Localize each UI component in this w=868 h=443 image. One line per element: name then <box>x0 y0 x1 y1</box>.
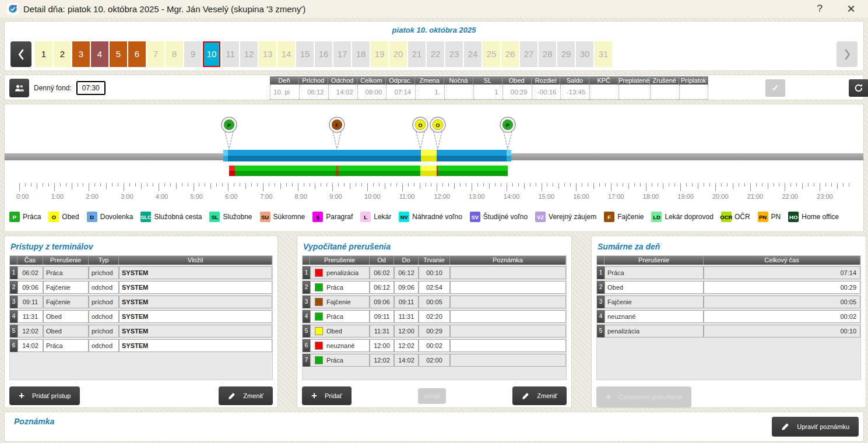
table-row[interactable]: 1Práca07:14 <box>597 266 860 279</box>
fond-column: Nočná <box>444 76 473 100</box>
legend-label: Home office <box>802 213 839 221</box>
fond-column-header: Odchod <box>328 76 357 85</box>
table-row[interactable]: 2 Práca06:1209:0602:54 <box>303 281 566 294</box>
table-row[interactable]: 614:02PrácaodchodSYSTEM <box>10 339 272 352</box>
day-19[interactable]: 19 <box>371 41 388 67</box>
day-23[interactable]: 23 <box>445 41 463 67</box>
people-icon <box>14 84 25 92</box>
fond-column-header: Rozdiel <box>532 76 561 85</box>
calendar-panel: piatok 10. októbra 2025 1234567891011121… <box>4 21 864 71</box>
day-30[interactable]: 30 <box>576 41 593 67</box>
table-row[interactable]: 3Fajčenie00:05 <box>597 296 860 308</box>
edit-note-button[interactable]: Upraviť poznámku <box>772 417 859 437</box>
hour-label: 2:00 <box>86 193 98 200</box>
hour-label: 20:00 <box>712 193 729 200</box>
table-row[interactable]: 3 Fajčenie09:0609:1100:05 <box>303 296 566 308</box>
actual-segment <box>229 166 235 176</box>
next-month-button[interactable] <box>837 41 858 67</box>
table-row[interactable]: 5 Obed11:3112:0000:29 <box>303 325 566 337</box>
fond-column-value: -13:45 <box>560 85 589 100</box>
previous-month-button[interactable] <box>10 41 31 67</box>
employees-button[interactable] <box>9 79 29 97</box>
legend-badge: § <box>312 212 323 222</box>
day-18[interactable]: 18 <box>352 41 370 67</box>
title-bar: Detail dňa: piatok 10. októbra 2025 - Mg… <box>0 0 868 17</box>
svg-text:O: O <box>418 122 422 128</box>
legend-item-LD: LDLekár doprovod <box>651 212 713 222</box>
hour-label: 21:00 <box>747 193 764 200</box>
fond-column: Rozdiel-00:16 <box>532 76 561 100</box>
day-5[interactable]: 5 <box>110 41 127 67</box>
day-8[interactable]: 8 <box>166 41 183 67</box>
day-28[interactable]: 28 <box>539 41 556 67</box>
table-row[interactable]: 4 Práca09:1111:3102:20 <box>303 310 566 323</box>
legend-label: Paragraf <box>326 213 353 221</box>
day-31[interactable]: 31 <box>595 41 612 67</box>
table-row[interactable]: 411:31ObedodchodSYSTEM <box>10 310 272 323</box>
day-13[interactable]: 13 <box>259 41 276 67</box>
help-button[interactable]: ? <box>817 3 823 15</box>
column-header: Prerušenie <box>43 256 89 265</box>
day-17[interactable]: 17 <box>333 41 351 67</box>
column-header: Do <box>394 256 419 265</box>
add-access-button[interactable]: + Pridať prístup <box>9 386 80 405</box>
close-button[interactable]: × <box>847 3 855 15</box>
day-3[interactable]: 3 <box>72 41 90 67</box>
day-15[interactable]: 15 <box>296 41 314 67</box>
edit-access-button[interactable]: Zmeniť <box>219 386 273 405</box>
confirm-button[interactable]: ✓ <box>765 79 785 97</box>
table-row[interactable]: 7 Práca12:0214:0202:00 <box>303 354 566 367</box>
table-row[interactable]: 5penalizácia00:10 <box>597 325 860 337</box>
fond-column-header: Príchod <box>299 76 328 85</box>
table-row[interactable]: 2Obed00:29 <box>597 281 860 294</box>
terminal-accesses-table: ČasPrerušenieTypVložil106:02Prácapríchod… <box>9 255 273 380</box>
edit-interruption-button[interactable]: Zmeniť <box>512 386 567 405</box>
day-27[interactable]: 27 <box>520 41 537 67</box>
timeline-ruler <box>5 183 863 192</box>
full-day-interruption-button[interactable]: + Celodenné prerušenie <box>596 386 691 407</box>
day-6[interactable]: 6 <box>128 41 146 67</box>
day-22[interactable]: 22 <box>427 41 444 67</box>
table-row[interactable]: 1 penalizácia06:0206:1200:10 <box>303 266 566 279</box>
fond-column: Odprac.07:14 <box>386 76 415 100</box>
table-row[interactable]: 106:02PrácapríchodSYSTEM <box>10 266 272 279</box>
day-14[interactable]: 14 <box>277 41 295 67</box>
legend-badge: PN <box>758 212 768 222</box>
day-12[interactable]: 12 <box>240 41 258 67</box>
day-29[interactable]: 29 <box>557 41 575 67</box>
fond-column: Zmena1. <box>415 76 444 100</box>
table-row[interactable]: 512:02ObedpríchodSYSTEM <box>10 325 272 337</box>
day-10[interactable]: 10 <box>203 41 220 67</box>
table-row[interactable]: 6 neuznané12:0012:0200:02 <box>303 339 566 352</box>
day-1[interactable]: 1 <box>35 41 52 67</box>
table-row[interactable]: 309:11FajčeniepríchodSYSTEM <box>10 296 272 308</box>
actual-segment <box>420 166 437 176</box>
app-logo-icon <box>7 3 19 15</box>
day-21[interactable]: 21 <box>408 41 426 67</box>
daily-fond-panel: Denný fond: 07:30 Deň10. piPríchod06:12O… <box>4 75 864 100</box>
fond-column-header: Odprac. <box>386 76 415 85</box>
fond-column-value <box>444 85 473 100</box>
pencil-icon <box>522 392 529 400</box>
approve-button[interactable]: uznať <box>418 388 446 404</box>
day-20[interactable]: 20 <box>389 41 407 67</box>
day-24[interactable]: 24 <box>464 41 482 67</box>
day-4[interactable]: 4 <box>91 41 108 67</box>
refresh-button[interactable] <box>849 79 868 97</box>
day-9[interactable]: 9 <box>184 41 202 67</box>
table-row[interactable]: 209:06FajčenieodchodSYSTEM <box>10 281 272 294</box>
computed-interruptions-title: Vypočítané prerušenia <box>303 242 567 251</box>
day-7[interactable]: 7 <box>147 41 164 67</box>
day-26[interactable]: 26 <box>501 41 519 67</box>
computed-interruptions-table: PrerušenieOdDoTrvaniePoznámka1 penalizác… <box>302 255 567 380</box>
add-interruption-button[interactable]: + Pridať <box>302 386 352 405</box>
day-2[interactable]: 2 <box>54 41 71 67</box>
day-11[interactable]: 11 <box>222 41 239 67</box>
table-row[interactable]: 4neuznané00:02 <box>597 310 860 323</box>
fond-column-header: Preplatené <box>619 76 650 85</box>
day-25[interactable]: 25 <box>483 41 500 67</box>
legend-badge: P <box>9 212 20 222</box>
legend-label: Fajčenie <box>617 213 644 221</box>
day-16[interactable]: 16 <box>315 41 332 67</box>
legend-label: Verejný záujem <box>549 213 596 221</box>
